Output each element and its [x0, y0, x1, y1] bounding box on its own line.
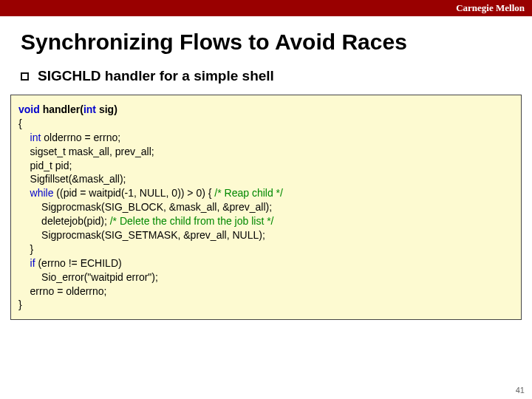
code-line: int olderrno = errno;	[18, 131, 514, 145]
slide-title: Synchronizing Flows to Avoid Races	[21, 30, 532, 55]
code-line: if (errno != ECHILD)	[18, 256, 514, 270]
code-line: Sigprocmask(SIG_SETMASK, &prev_all, NULL…	[18, 228, 514, 242]
code-line: Sigfillset(&mask_all);	[18, 172, 514, 186]
code-line: {	[18, 117, 514, 131]
code-block: void handler(int sig) { int olderrno = e…	[10, 95, 522, 320]
bullet-item: SIGCHLD handler for a simple shell	[21, 68, 532, 84]
code-line: }	[18, 242, 514, 256]
code-line: }	[18, 298, 514, 312]
code-line: sigset_t mask_all, prev_all;	[18, 145, 514, 159]
code-line: errno = olderrno;	[18, 284, 514, 299]
brand-text: Carnegie Mellon	[456, 2, 525, 14]
code-line: while ((pid = waitpid(-1, NULL, 0)) > 0)…	[18, 186, 514, 200]
code-line: deletejob(pid); /* Delete the child from…	[18, 214, 514, 228]
code-line: Sio_error("waitpid error");	[18, 270, 514, 284]
code-line: Sigprocmask(SIG_BLOCK, &mask_all, &prev_…	[18, 200, 514, 214]
header-bar: Carnegie Mellon	[0, 0, 532, 16]
bullet-icon	[21, 72, 29, 81]
code-line: void handler(int sig)	[18, 103, 514, 117]
bullet-text: SIGCHLD handler for a simple shell	[38, 68, 274, 84]
page-number: 41	[516, 386, 525, 395]
code-line: pid_t pid;	[18, 159, 514, 173]
